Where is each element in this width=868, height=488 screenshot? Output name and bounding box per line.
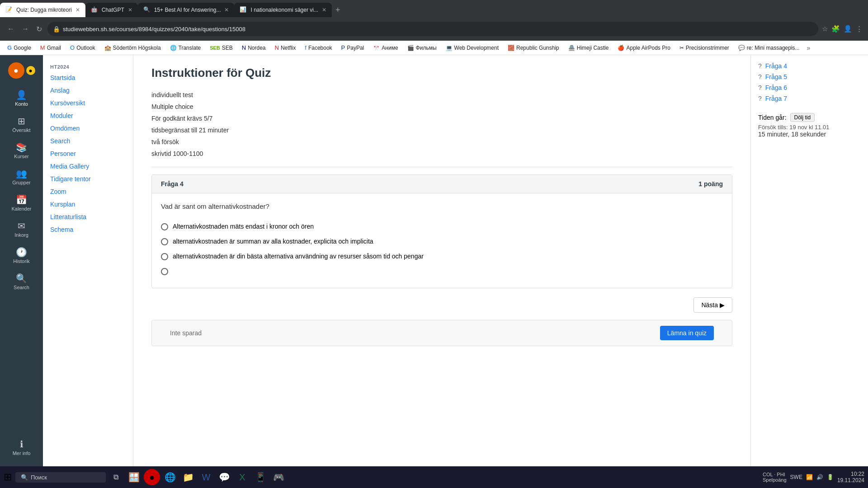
tab-nationalekonomi[interactable]: 📊 I nationalekonomi säger vi... ✕	[234, 3, 331, 17]
nav-item-startsida[interactable]: Startsida	[43, 71, 133, 84]
nav-item-moduler[interactable]: Moduler	[43, 109, 133, 122]
sys-tray: COL · PHISpelpoäng SWE 📶 🔊 🔋	[763, 472, 834, 483]
taskbar-browser[interactable]: 🌐	[162, 469, 178, 485]
sidebar-item-courses[interactable]: 📚 Kurser	[4, 138, 40, 163]
nav-item-omdömen[interactable]: Omdömen	[43, 122, 133, 135]
tab-quiz[interactable]: 📝 Quiz: Dugga mikroteori ✕	[0, 3, 85, 17]
nav-label-media-gallery: Media Gallery	[50, 163, 89, 170]
nordea-icon: N	[242, 44, 246, 51]
radio-c[interactable]	[161, 253, 168, 260]
new-tab-button[interactable]: +	[332, 5, 344, 15]
bookmark-sodertorn[interactable]: 🏫 Södertörn Högskola	[101, 44, 165, 52]
radio-a[interactable]	[161, 223, 168, 230]
bookmark-seb[interactable]: SEB SEB	[206, 44, 236, 52]
bookmark-republic-gunship[interactable]: 🧱 Republic Gunship	[504, 44, 563, 52]
tab-close-2[interactable]: ✕	[128, 7, 132, 13]
overview-icon: ⊞	[18, 116, 25, 127]
question-nav-fraga7[interactable]: ? Fråga 7	[758, 93, 861, 104]
nav-item-schema[interactable]: Schema	[43, 223, 133, 236]
sidebar-item-konto[interactable]: 👤 Konto	[4, 86, 40, 110]
profile-icon[interactable]: 👤	[844, 25, 852, 33]
taskbar-discord[interactable]: 💬	[216, 469, 232, 485]
taskbar-app2[interactable]: 📱	[252, 469, 269, 485]
bookmark-gmail[interactable]: M Gmail	[37, 43, 65, 52]
sidebar-item-history[interactable]: 🕐 Historik	[4, 243, 40, 267]
bookmark-translate[interactable]: 🌐 Translate	[166, 44, 205, 52]
question-nav-fraga5[interactable]: ? Fråga 5	[758, 71, 861, 82]
nav-item-media-gallery[interactable]: Media Gallery	[43, 160, 133, 173]
taskbar-app-circle[interactable]: ●	[144, 469, 160, 485]
hide-timer-button[interactable]: Dölj tid	[790, 113, 815, 122]
sidebar-item-inbox[interactable]: ✉ Inkorg	[4, 217, 40, 241]
nav-item-zoom[interactable]: Zoom	[43, 185, 133, 198]
reload-button[interactable]: ↻	[34, 23, 44, 35]
answer-option-d[interactable]	[161, 264, 723, 279]
tab-close-4[interactable]: ✕	[322, 7, 326, 13]
logo-circle-yellow: ●	[26, 66, 35, 75]
tab-close-1[interactable]: ✕	[75, 7, 80, 13]
bookmark-precision[interactable]: ✂ Precisionstrimmer	[676, 44, 733, 52]
forward-button[interactable]: →	[20, 23, 31, 35]
question-nav-fraga4[interactable]: ? Fråga 4	[758, 61, 861, 71]
seb-icon: SEB	[210, 45, 220, 51]
nav-item-kursplan[interactable]: Kursplan	[43, 198, 133, 211]
answer-option-a[interactable]: Alternativkostnaden mäts endast i kronor…	[161, 219, 723, 234]
sidebar-item-calendar[interactable]: 📅 Kalender	[4, 191, 40, 215]
nav-item-litteraturlista[interactable]: Litteraturlista	[43, 211, 133, 223]
radio-d[interactable]	[161, 268, 168, 275]
bookmark-google[interactable]: G Google	[4, 43, 35, 52]
bookmark-webdev[interactable]: 💻 Web Development	[442, 44, 503, 52]
next-button[interactable]: Nästa ▶	[693, 297, 732, 313]
back-button[interactable]: ←	[5, 23, 16, 35]
bookmark-mini-massage[interactable]: 💬 re: Mini massagepis...	[735, 44, 803, 52]
taskbar-word[interactable]: W	[198, 469, 214, 485]
bookmark-airpods[interactable]: 🍎 Apple AirPods Pro	[614, 44, 674, 52]
groups-label: Grupper	[12, 180, 30, 185]
submit-quiz-button[interactable]: Lämna in quiz	[660, 326, 714, 340]
battery-label: COL · PHISpelpoäng	[763, 472, 787, 483]
answer-option-c[interactable]: alternativkostnaden är din bästa alterna…	[161, 249, 723, 264]
extensions-icon[interactable]: 🧩	[831, 25, 840, 33]
tab-ai[interactable]: 🔍 15+ Best AI for Answering... ✕	[138, 3, 235, 17]
bookmarks-more[interactable]: »	[807, 44, 811, 52]
nav-item-personer[interactable]: Personer	[43, 147, 133, 160]
taskbar-excel[interactable]: X	[234, 469, 250, 485]
bookmark-nordea[interactable]: N Nordea	[238, 43, 269, 52]
taskbar-files[interactable]: 📁	[180, 469, 196, 485]
nav-item-anslag[interactable]: Anslag	[43, 84, 133, 97]
sidebar-item-overview[interactable]: ⊞ Översikt	[4, 112, 40, 136]
tab-close-3[interactable]: ✕	[224, 7, 229, 13]
taskbar-explorer[interactable]: 🪟	[126, 469, 142, 485]
clock[interactable]: 10:22 19.11.2024	[837, 471, 864, 483]
nav-label-tidigare-tentor: Tidigare tentor	[50, 175, 91, 183]
bookmark-anime[interactable]: 🎌 Аниме	[369, 44, 401, 52]
bookmark-seb-label: SEB	[222, 45, 233, 51]
bookmark-paypal[interactable]: P PayPal	[338, 43, 368, 52]
sidebar-item-search[interactable]: 🔍 Search	[4, 269, 40, 294]
sidebar-item-merinfo[interactable]: ℹ Mer info	[4, 435, 40, 460]
taskbar-task-view[interactable]: ⧉	[108, 469, 124, 485]
nav-item-tidigare-tentor[interactable]: Tidigare tentor	[43, 173, 133, 185]
taskbar-search[interactable]: 🔍 Поиск	[15, 472, 106, 483]
next-chevron-icon: ▶	[720, 301, 725, 309]
bookmark-facebook[interactable]: f Facebook	[301, 43, 335, 52]
bookmarks-icon[interactable]: ☆	[822, 25, 828, 33]
bookmark-films[interactable]: 🎬 Фильмы	[404, 44, 440, 52]
question-nav-fraga6[interactable]: ? Fråga 6	[758, 82, 861, 93]
windows-start-icon[interactable]: ⊞	[4, 471, 12, 483]
bookmark-outlook[interactable]: O Outlook	[66, 43, 99, 52]
url-bar[interactable]: 🔒 studiewebben.sh.se/courses/8984/quizze…	[47, 22, 818, 36]
bookmark-netflix[interactable]: N Netflix	[271, 43, 300, 52]
sidebar-item-groups[interactable]: 👥 Grupper	[4, 164, 40, 189]
browser-actions: ☆ 🧩 👤 ⋮	[822, 25, 863, 33]
nav-item-kursöversikt[interactable]: Kursöversikt	[43, 97, 133, 109]
bookmark-himeji[interactable]: 🏯 Himeji Castle	[565, 44, 613, 52]
nav-label-search: Search	[50, 137, 70, 145]
menu-icon[interactable]: ⋮	[856, 25, 863, 33]
answer-option-b[interactable]: alternativkostnaden är summan av alla ko…	[161, 234, 723, 249]
taskbar-steam[interactable]: 🎮	[270, 469, 287, 485]
radio-b[interactable]	[161, 238, 168, 245]
tab-chatgpt[interactable]: 🤖 ChatGPT ✕	[85, 3, 138, 17]
nav-item-search[interactable]: Search	[43, 135, 133, 147]
info-write-time: skrivtid 1000-1100	[151, 148, 732, 160]
